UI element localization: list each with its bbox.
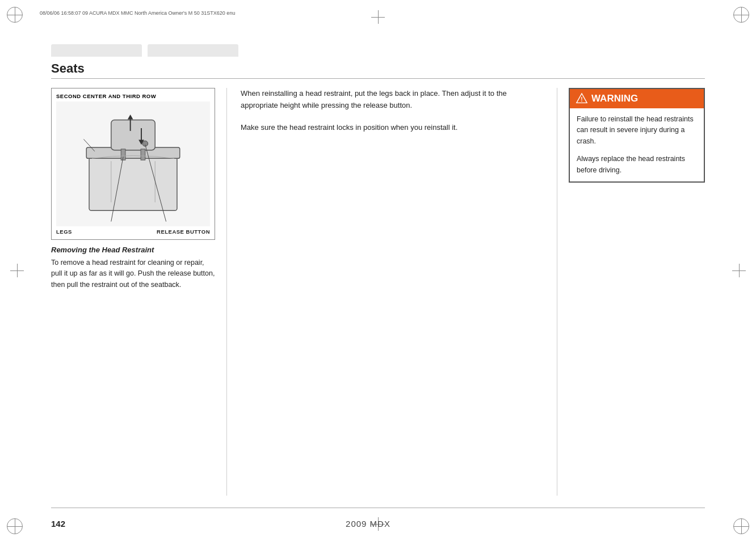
reinstall-paragraph1: When reinstalling a head restraint, put … (241, 88, 543, 112)
legs-label: LEGS (56, 229, 72, 235)
header-meta: 08/06/06 16:58:07 09 ACURA MDX MMC North… (40, 10, 235, 16)
footer-model: 2009 MDX (346, 519, 390, 529)
diagram-box: SECOND CENTER AND THIRD ROW (51, 88, 215, 240)
page-number: 142 (51, 519, 65, 529)
seat-svg (56, 102, 210, 226)
reg-mark-tr (733, 7, 749, 23)
release-button-label: RELEASE BUTTON (157, 229, 210, 235)
reg-mark-tl (7, 7, 23, 23)
col-middle: When reinstalling a head restraint, put … (227, 88, 557, 496)
section-title: Seats (51, 61, 85, 76)
page-tabs (51, 44, 238, 57)
footer-divider (51, 508, 705, 508)
svg-rect-4 (141, 149, 145, 160)
diagram-top-label: SECOND CENTER AND THIRD ROW (56, 93, 210, 99)
svg-text:!: ! (581, 96, 582, 103)
svg-rect-0 (89, 155, 177, 210)
page-container: 08/06/06 16:58:07 09 ACURA MDX MMC North… (0, 0, 756, 541)
caption-title: Removing the Head Restraint (51, 246, 215, 254)
crosshair-top (371, 10, 385, 24)
reg-mark-br (733, 518, 749, 534)
col-left: SECOND CENTER AND THIRD ROW (51, 88, 227, 496)
caption-text: To remove a head restraint for cleaning … (51, 257, 215, 290)
col-right: ! WARNING Failure to reinstall the head … (557, 88, 705, 496)
reg-mark-bl (7, 518, 23, 534)
reinstall-paragraph2: Make sure the head restraint locks in po… (241, 122, 543, 134)
footer-area: 142 2009 MDX (51, 519, 705, 529)
warning-header: ! WARNING (570, 89, 704, 108)
content-area: SECOND CENTER AND THIRD ROW (51, 88, 705, 496)
svg-marker-6 (128, 115, 133, 120)
svg-rect-3 (121, 149, 125, 160)
diagram-bottom-labels: LEGS RELEASE BUTTON (56, 226, 210, 235)
page-tab-2 (148, 44, 238, 57)
warning-body: Failure to reinstall the head restraints… (570, 108, 704, 181)
section-divider (51, 78, 705, 79)
warning-box: ! WARNING Failure to reinstall the head … (569, 88, 705, 183)
crosshair-left (10, 264, 24, 277)
diagram-area (56, 102, 210, 226)
warning-header-text: WARNING (591, 93, 638, 104)
crosshair-right (732, 264, 746, 277)
warning-paragraph2: Always replace the head restraints befor… (577, 154, 697, 176)
warning-paragraph1: Failure to reinstall the head restraints… (577, 114, 697, 147)
page-tab-1 (51, 44, 142, 57)
warning-triangle-icon: ! (576, 92, 588, 105)
svg-rect-2 (111, 120, 155, 150)
